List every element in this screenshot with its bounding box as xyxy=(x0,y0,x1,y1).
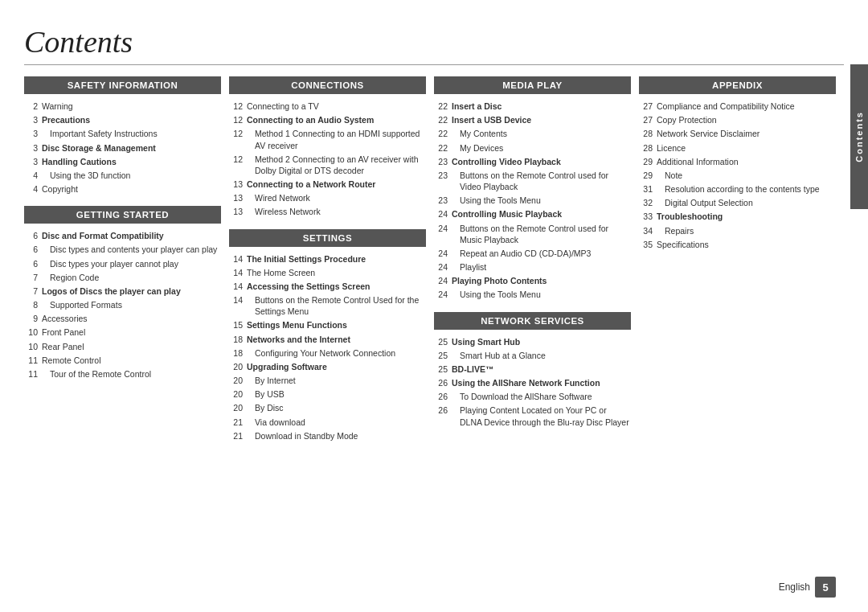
title-rule xyxy=(24,64,844,65)
toc-num: 12 xyxy=(229,114,247,125)
toc-entry: 33Troubleshooting xyxy=(639,211,836,222)
toc-entry: 13Wireless Network xyxy=(229,206,426,217)
toc-label: Resolution according to the contents typ… xyxy=(657,183,836,195)
toc-label: Configuring Your Network Connection xyxy=(247,347,426,359)
toc-num: 11 xyxy=(24,355,42,366)
toc-entry: 26To Download the AllShare Software xyxy=(434,391,631,402)
col-connections-settings: CONNECTIONS 12Connecting to a TV12Connec… xyxy=(229,76,426,453)
toc-label: To Download the AllShare Software xyxy=(452,391,631,402)
toc-entry: 10Rear Panel xyxy=(24,341,221,352)
toc-entry: 31Resolution according to the contents t… xyxy=(639,183,836,195)
toc-label: Controlling Music Playback xyxy=(452,208,631,220)
toc-num: 28 xyxy=(639,142,657,154)
toc-label: Disc types and contents your player can … xyxy=(42,244,221,255)
toc-label: Warning xyxy=(42,101,221,112)
toc-num: 25 xyxy=(434,336,452,347)
toc-entry: 12Connecting to a TV xyxy=(229,101,426,112)
toc-entry: 11Remote Control xyxy=(24,355,221,366)
toc-entry: 14Accessing the Settings Screen xyxy=(229,281,426,292)
toc-num: 24 xyxy=(434,261,452,273)
toc-label: Buttons on the Remote Control Used for t… xyxy=(247,294,426,317)
toc-label: Additional Information xyxy=(657,156,836,167)
toc-label: Disc Storage & Management xyxy=(42,142,221,154)
toc-label: Using Smart Hub xyxy=(452,336,631,347)
toc-num: 8 xyxy=(24,299,42,310)
toc-entry: 23Controlling Video Playback xyxy=(434,156,631,167)
section-safety: SAFETY INFORMATION 2Warning3Precautions3… xyxy=(24,76,221,195)
toc-entry: 14Buttons on the Remote Control Used for… xyxy=(229,294,426,317)
toc-label: The Home Screen xyxy=(247,267,426,278)
toc-label: Playing Photo Contents xyxy=(452,275,631,286)
toc-num: 21 xyxy=(229,430,247,442)
toc-label: Download in Standby Mode xyxy=(247,430,426,442)
toc-entry: 24Playlist xyxy=(434,261,631,273)
toc-label: Accessories xyxy=(42,313,221,324)
toc-entry: 7Logos of Discs the player can play xyxy=(24,285,221,297)
toc-label: BD-LIVE™ xyxy=(452,364,631,375)
toc-label: Buttons on the Remote Control used for M… xyxy=(452,223,631,245)
section-header-safety: SAFETY INFORMATION xyxy=(24,76,221,94)
toc-num: 18 xyxy=(229,334,247,345)
side-tab: Contents xyxy=(850,64,868,209)
toc-entry: 25Smart Hub at a Glance xyxy=(434,350,631,361)
toc-entry: 21Via download xyxy=(229,417,426,428)
toc-num: 20 xyxy=(229,361,247,372)
toc-entry: 3Disc Storage & Management xyxy=(24,142,221,154)
toc-label: Handling Cautions xyxy=(42,156,221,167)
toc-num: 14 xyxy=(229,253,247,265)
toc-label: The Initial Settings Procedure xyxy=(247,253,426,265)
toc-entry: 24Using the Tools Menu xyxy=(434,289,631,300)
toc-num: 26 xyxy=(434,377,452,388)
toc-num: 34 xyxy=(639,225,657,236)
toc-num: 29 xyxy=(639,170,657,181)
toc-label: Wireless Network xyxy=(247,206,426,217)
toc-num: 10 xyxy=(24,327,42,338)
toc-num: 24 xyxy=(434,275,452,286)
toc-entry: 20By Internet xyxy=(229,375,426,386)
section-header-media: MEDIA PLAY xyxy=(434,76,631,94)
bottom-bar: English 5 xyxy=(779,577,836,598)
toc-label: Insert a Disc xyxy=(452,101,631,112)
toc-entry: 12Connecting to an Audio System xyxy=(229,114,426,125)
toc-entry: 22Insert a Disc xyxy=(434,101,631,112)
toc-num: 3 xyxy=(24,142,42,154)
col-media-network: MEDIA PLAY 22Insert a Disc22Insert a USB… xyxy=(434,76,631,453)
toc-label: By USB xyxy=(247,388,426,400)
toc-entry: 12Method 2 Connecting to an AV receiver … xyxy=(229,154,426,176)
toc-label: Using the 3D function xyxy=(42,170,221,181)
toc-entry: 26Using the AllShare Network Function xyxy=(434,377,631,388)
toc-num: 24 xyxy=(434,248,452,259)
section-connections: CONNECTIONS 12Connecting to a TV12Connec… xyxy=(229,76,426,218)
toc-label: Accessing the Settings Screen xyxy=(247,281,426,292)
toc-label: Using the AllShare Network Function xyxy=(452,377,631,388)
toc-num: 27 xyxy=(639,101,657,112)
toc-entry: 25Using Smart Hub xyxy=(434,336,631,347)
side-tab-label: Contents xyxy=(854,111,864,162)
settings-entries: 14The Initial Settings Procedure14The Ho… xyxy=(229,253,426,442)
toc-label: Specifications xyxy=(657,239,836,250)
toc-label: Repairs xyxy=(657,225,836,236)
section-header-network: NETWORK SERVICES xyxy=(434,312,631,330)
toc-entry: 26Playing Content Located on Your PC or … xyxy=(434,405,631,427)
toc-label: Wired Network xyxy=(247,192,426,203)
toc-num: 22 xyxy=(434,142,452,154)
toc-label: Region Code xyxy=(42,272,221,283)
section-header-getting: GETTING STARTED xyxy=(24,206,221,224)
toc-entry: 23Using the Tools Menu xyxy=(434,195,631,206)
toc-label: Insert a USB Device xyxy=(452,114,631,125)
bottom-page-number: 5 xyxy=(815,577,836,598)
toc-num: 10 xyxy=(24,341,42,352)
toc-label: Precautions xyxy=(42,114,221,125)
toc-label: Buttons on the Remote Control used for V… xyxy=(452,170,631,192)
toc-entry: 34Repairs xyxy=(639,225,836,236)
toc-entry: 20Upgrading Software xyxy=(229,361,426,372)
toc-num: 12 xyxy=(229,128,247,139)
toc-num: 32 xyxy=(639,197,657,208)
toc-num: 6 xyxy=(24,244,42,255)
toc-label: Using the Tools Menu xyxy=(452,289,631,300)
toc-label: Important Safety Instructions xyxy=(42,128,221,139)
toc-num: 20 xyxy=(229,375,247,386)
toc-num: 13 xyxy=(229,179,247,190)
toc-num: 4 xyxy=(24,170,42,181)
toc-label: By Internet xyxy=(247,375,426,386)
